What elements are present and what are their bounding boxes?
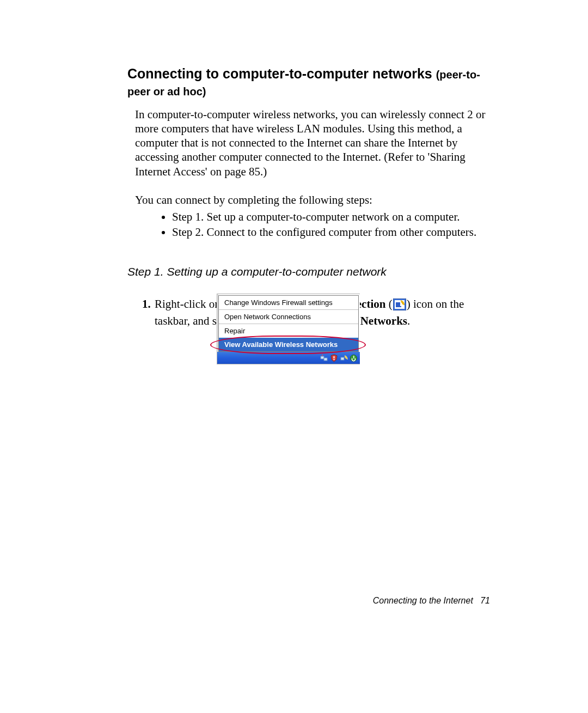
svg-rect-5	[321, 356, 324, 359]
svg-rect-3	[396, 306, 401, 307]
context-menu-screenshot: Change Windows Firewall settings Open Ne…	[217, 294, 360, 364]
context-menu: Change Windows Firewall settings Open Ne…	[218, 295, 359, 352]
svg-rect-2	[396, 302, 400, 306]
menu-item-view-networks[interactable]: View Available Wireless Networks	[219, 338, 358, 351]
svg-rect-6	[324, 358, 327, 361]
menu-item-repair[interactable]: Repair	[219, 324, 358, 338]
tray-shield-icon[interactable]	[330, 354, 338, 362]
overview-step-1: Step 1. Set up a computer-to-computer ne…	[172, 209, 492, 224]
content-area: Connecting to computer-to-computer netwo…	[127, 65, 492, 328]
document-page: Connecting to computer-to-computer netwo…	[0, 0, 588, 713]
svg-rect-8	[334, 356, 335, 358]
tray-wireless-icon[interactable]	[340, 354, 348, 362]
menu-item-view-networks-label: View Available Wireless Networks	[224, 340, 338, 349]
wireless-icon	[393, 298, 406, 314]
heading-main: Connecting to computer-to-computer netwo…	[127, 66, 436, 81]
tray-network-icon[interactable]	[320, 354, 328, 362]
svg-rect-10	[341, 357, 344, 360]
page-footer: Connecting to the Internet 71	[373, 596, 490, 606]
svg-rect-12	[353, 356, 354, 358]
tray-power-icon[interactable]	[350, 354, 358, 362]
menu-item-open-connections[interactable]: Open Network Connections	[219, 310, 358, 324]
steps-lead: You can connect by completing the follow…	[135, 193, 492, 207]
overview-step-list: Step 1. Set up a computer-to-computer ne…	[127, 209, 492, 240]
intro-paragraph: In computer-to-computer wireless network…	[135, 107, 492, 179]
instr1-t2: (	[385, 297, 392, 310]
section-heading: Connecting to computer-to-computer netwo…	[127, 65, 492, 100]
footer-page: 71	[480, 596, 490, 605]
menu-item-firewall[interactable]: Change Windows Firewall settings	[219, 296, 358, 310]
overview-step-2: Step 2. Connect to the configured comput…	[172, 224, 492, 240]
instr1-t4: .	[407, 314, 410, 327]
step1-title: Step 1. Setting up a computer-to-compute…	[127, 265, 492, 278]
svg-rect-9	[334, 359, 335, 360]
taskbar	[217, 352, 360, 364]
svg-point-7	[322, 355, 323, 356]
footer-section: Connecting to the Internet	[373, 596, 473, 605]
